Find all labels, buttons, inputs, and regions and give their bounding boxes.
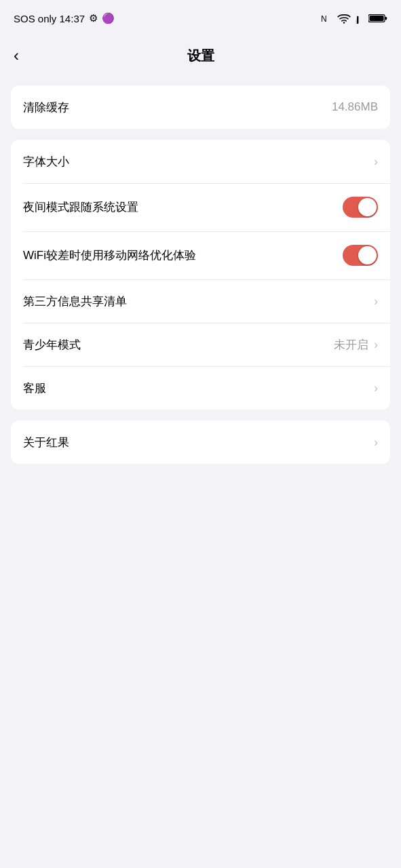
third-party-chevron: › [374,294,378,309]
youth-mode-right: 未开启› [334,337,378,353]
third-party-label: 第三方信息共享清单 [23,294,127,309]
settings-group: 字体大小›夜间模式跟随系统设置WiFi较差时使用移动网络优化体验第三方信息共享清… [11,140,390,410]
wifi-mobile-toggle[interactable] [343,245,378,266]
about-right: › [374,435,378,450]
status-right: N [321,12,387,24]
status-bar: SOS only 14:37 ⚙ 🟣 N [0,0,401,37]
wifi-icon [337,13,351,24]
gear-icon: ⚙ [89,12,98,24]
customer-service-chevron: › [374,381,378,395]
wifi-mobile-toggle-knob [358,246,377,264]
clear-cache-value: 14.86MB [332,100,378,114]
app-icon: 🟣 [102,12,115,24]
nav-bar: ‹ 设置 [0,37,401,75]
about-group: 关于红果› [11,420,390,464]
night-mode-label: 夜间模式跟随系统设置 [23,199,138,215]
wifi-mobile-label: WiFi较差时使用移动网络优化体验 [23,248,196,263]
night-mode-toggle-knob [358,198,377,216]
font-size-chevron: › [374,155,378,169]
youth-mode-label: 青少年模式 [23,337,81,353]
svg-rect-3 [356,20,357,24]
customer-service-label: 客服 [23,380,46,396]
status-text: SOS only 14:37 [14,13,85,24]
about-chevron: › [374,435,378,450]
svg-point-1 [343,22,345,23]
clear-cache-right: 14.86MB [332,100,378,114]
youth-mode-row[interactable]: 青少年模式未开启› [11,323,390,366]
svg-text:N: N [321,14,327,24]
about-label: 关于红果 [23,435,69,450]
about-row[interactable]: 关于红果› [11,420,390,464]
clear-cache-row[interactable]: 清除缓存14.86MB [11,85,390,129]
third-party-row[interactable]: 第三方信息共享清单› [11,279,390,323]
wifi-mobile-row[interactable]: WiFi较差时使用移动网络优化体验 [11,231,390,279]
page-title: 设置 [187,47,214,65]
clear-cache-label: 清除缓存 [23,100,69,115]
customer-service-right: › [374,381,378,395]
night-mode-row[interactable]: 夜间模式跟随系统设置 [11,183,390,231]
back-button[interactable]: ‹ [14,47,19,64]
youth-mode-value: 未开启 [334,337,368,353]
svg-rect-5 [385,17,387,20]
svg-rect-2 [357,16,358,24]
font-size-right: › [374,155,378,169]
cache-group: 清除缓存14.86MB [11,85,390,129]
signal-icon [355,13,364,24]
status-left: SOS only 14:37 ⚙ 🟣 [14,12,115,24]
night-mode-toggle[interactable] [343,197,378,218]
third-party-right: › [374,294,378,309]
wifi-mobile-right [343,245,378,266]
night-mode-right [343,197,378,218]
battery-icon [368,13,387,24]
svg-rect-6 [370,16,384,21]
youth-mode-chevron: › [374,338,378,352]
font-size-label: 字体大小 [23,154,69,170]
font-size-row[interactable]: 字体大小› [11,140,390,183]
settings-content: 清除缓存14.86MB字体大小›夜间模式跟随系统设置WiFi较差时使用移动网络优… [0,85,401,464]
customer-service-row[interactable]: 客服› [11,366,390,410]
nfc-icon: N [321,12,333,24]
